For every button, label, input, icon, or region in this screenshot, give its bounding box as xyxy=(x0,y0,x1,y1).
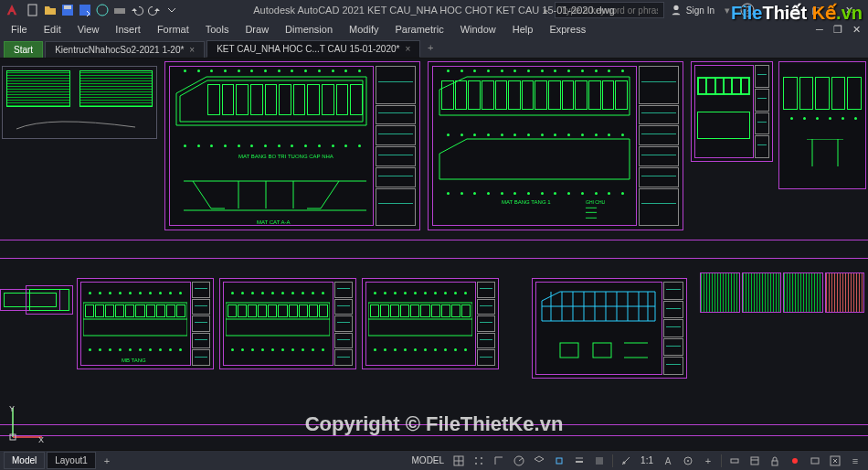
autocad-logo[interactable] xyxy=(4,2,20,18)
snap-toggle-icon[interactable] xyxy=(470,453,488,469)
menu-bar: File Edit View Insert Format Tools Draw … xyxy=(0,20,868,38)
svg-point-55 xyxy=(481,457,482,459)
svg-point-56 xyxy=(475,463,477,465)
title-bar: Autodesk AutoCAD 2021 KET CAU_NHA HOC CH… xyxy=(0,0,868,20)
svg-rect-2 xyxy=(64,5,71,9)
svg-rect-0 xyxy=(28,5,37,16)
polar-toggle-icon[interactable] xyxy=(510,453,528,469)
menu-window[interactable]: Window xyxy=(453,22,503,37)
menu-edit[interactable]: Edit xyxy=(37,22,69,37)
annotation-scale-label[interactable]: 1:1 xyxy=(637,455,657,465)
web-icon[interactable] xyxy=(95,3,110,17)
maximize-button[interactable]: ▢ xyxy=(800,1,831,19)
sign-in-label: Sign In xyxy=(686,5,715,16)
new-icon[interactable] xyxy=(26,3,40,17)
hardware-accel-icon[interactable] xyxy=(806,453,824,469)
layout-tab[interactable]: Layout1 xyxy=(47,452,96,469)
detail-strip xyxy=(700,272,864,313)
new-tab-button[interactable]: + xyxy=(422,39,439,56)
drawing-sheet xyxy=(219,278,356,369)
file-tab[interactable]: KientrucNhahocSo2-2021 1-20*× xyxy=(45,41,205,58)
clean-screen-icon[interactable] xyxy=(826,453,844,469)
section-caption: MAT CAT A-A xyxy=(257,219,291,225)
lineweight-icon[interactable] xyxy=(570,453,588,469)
svg-point-67 xyxy=(687,460,689,462)
doc-restore-button[interactable]: ❐ xyxy=(830,22,846,37)
app-dropdown-icon[interactable]: ▾ xyxy=(720,3,735,17)
saveas-icon[interactable] xyxy=(78,3,92,17)
window-title: Autodesk AutoCAD 2021 KET CAU_NHA HOC CH… xyxy=(253,5,615,16)
drawing-sheet xyxy=(778,61,866,189)
ortho-toggle-icon[interactable] xyxy=(490,453,508,469)
menu-help[interactable]: Help xyxy=(505,22,541,37)
menu-format[interactable]: Format xyxy=(150,22,196,37)
open-icon[interactable] xyxy=(43,3,58,17)
model-viewport[interactable]: TOP N E W S /*noop*/ MAT BANG BO xyxy=(0,59,868,450)
qat-dropdown-icon[interactable] xyxy=(164,3,179,17)
menu-draw[interactable]: Draw xyxy=(238,22,276,37)
menu-view[interactable]: View xyxy=(70,22,107,37)
svg-rect-63 xyxy=(596,457,603,465)
svg-rect-73 xyxy=(811,458,819,464)
menu-express[interactable]: Express xyxy=(542,22,593,37)
status-bar: Model Layout1 + MODEL 1:1 A + ≡ xyxy=(0,450,868,470)
svg-rect-71 xyxy=(772,461,778,465)
svg-point-4 xyxy=(97,5,108,16)
osnap-toggle-icon[interactable] xyxy=(550,453,568,469)
menu-tools[interactable]: Tools xyxy=(198,22,237,37)
plan-caption: MB TANG xyxy=(122,358,146,363)
annotation-monitor-icon[interactable]: + xyxy=(699,453,717,469)
svg-marker-20 xyxy=(439,139,630,179)
note-block: GHI CHU━━━━━━━━━━━━ xyxy=(586,200,631,220)
annotation-scale-icon[interactable] xyxy=(617,453,635,469)
start-tab[interactable]: Start xyxy=(4,41,43,58)
menu-parametric[interactable]: Parametric xyxy=(387,22,450,37)
menu-file[interactable]: File xyxy=(4,22,35,37)
quick-access-toolbar xyxy=(26,3,179,17)
isolate-objects-icon[interactable] xyxy=(786,453,804,469)
drawing-sheet xyxy=(532,278,687,379)
workspace-switch-icon[interactable] xyxy=(679,453,697,469)
svg-rect-43 xyxy=(593,343,611,358)
help-icon[interactable]: ? xyxy=(740,3,755,17)
doc-minimize-button[interactable]: ─ xyxy=(811,22,828,37)
units-icon[interactable] xyxy=(725,453,744,469)
annotation-visibility-icon[interactable]: A xyxy=(659,453,677,469)
tab-close-icon[interactable]: × xyxy=(189,45,195,55)
svg-point-57 xyxy=(481,463,482,465)
isodraft-icon[interactable] xyxy=(530,453,548,469)
model-space-button[interactable]: MODEL xyxy=(408,455,449,465)
sign-in-button[interactable]: Sign In xyxy=(670,4,715,16)
drawing-sheet: MB TANG xyxy=(77,278,214,369)
doc-close-button[interactable]: ✕ xyxy=(848,22,864,37)
customize-icon[interactable]: ≡ xyxy=(846,453,864,469)
layout-add-icon[interactable]: + xyxy=(98,453,116,469)
menu-insert[interactable]: Insert xyxy=(108,22,148,37)
plan-caption: MAT BANG BO TRI TUONG CAP NHA xyxy=(238,154,333,159)
menu-dimension[interactable]: Dimension xyxy=(278,22,340,37)
redo-icon[interactable] xyxy=(147,3,162,17)
transparency-icon[interactable] xyxy=(590,453,609,469)
layout-tab-model[interactable]: Model xyxy=(4,452,45,469)
drawing-sheet: MAT BANG TANG 1 GHI CHU━━━━━━━━━━━━ xyxy=(428,61,683,230)
grid-toggle-icon[interactable] xyxy=(450,453,468,469)
svg-text:?: ? xyxy=(745,5,750,16)
plot-icon[interactable] xyxy=(112,3,127,17)
close-button[interactable]: ✕ xyxy=(833,1,864,19)
svg-rect-5 xyxy=(114,8,125,14)
save-icon[interactable] xyxy=(60,3,75,17)
file-tab[interactable]: KET CAU_NHA HOC C...T CAU 15-01-2020*× xyxy=(206,40,420,58)
menu-modify[interactable]: Modify xyxy=(342,22,386,37)
undo-icon[interactable] xyxy=(130,3,144,17)
ucs-icon[interactable]: Y X xyxy=(7,404,46,444)
svg-point-72 xyxy=(792,458,798,464)
sheet-thumbnail xyxy=(2,66,157,139)
svg-rect-60 xyxy=(556,458,562,464)
tab-close-icon[interactable]: × xyxy=(405,44,410,54)
drawing-sheet: /*noop*/ MAT BANG BO TRI TUONG CAP NHA M… xyxy=(164,61,420,230)
drawing-sheet xyxy=(362,278,499,369)
quick-properties-icon[interactable] xyxy=(746,453,764,469)
sheet-thumbnail xyxy=(26,285,73,315)
lock-ui-icon[interactable] xyxy=(766,453,784,469)
minimize-button[interactable]: ─ xyxy=(767,1,799,19)
